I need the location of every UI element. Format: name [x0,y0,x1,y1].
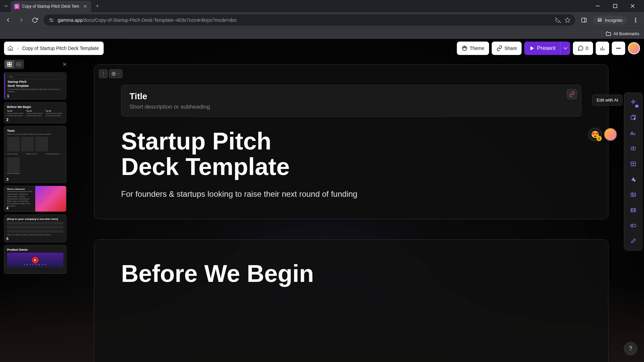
all-bookmarks-label: All Bookmarks [613,32,639,36]
chart-icon [599,45,605,51]
side-panel-icon[interactable] [579,15,589,25]
svg-rect-33 [10,65,11,66]
browser-tab-active[interactable]: G Copy of Startup Pitch Deck Tem ✕ [11,1,91,12]
svg-point-37 [16,63,17,63]
canvas-area[interactable]: ⋮ Title Short description or subheading … [74,58,622,362]
chevron-right-icon: › [17,46,19,51]
card-options-button[interactable] [109,69,122,78]
reload-button[interactable] [30,15,40,25]
palette-icon [462,45,468,51]
close-window-icon[interactable] [625,1,640,11]
close-tab-icon[interactable]: ✕ [83,4,88,9]
edit-with-ai-tooltip: Edit with AI [592,95,623,106]
main-heading[interactable]: Startup Pitch Deck Template [121,129,581,179]
slide-thumb-5[interactable]: [Drop in your company's one-liner here] … [4,215,66,242]
collaborator-avatar[interactable] [604,128,617,141]
panel-header: ✕ [1,58,70,71]
tab-search-dropdown[interactable] [3,3,9,9]
subtitle-placeholder[interactable]: Short description or subheading [129,104,573,110]
svg-point-57 [632,194,633,195]
new-tab-button[interactable]: + [93,1,102,11]
svg-rect-10 [582,18,586,22]
minimize-window-icon[interactable] [590,1,605,11]
video-icon[interactable] [627,203,640,217]
user-avatar[interactable] [628,42,640,54]
chevron-down-icon [117,72,120,75]
layout-block-icon[interactable] [627,157,640,171]
slide-thumbnails[interactable]: Title Startup Pitch Deck Template For fo… [1,71,70,362]
main-subtitle[interactable]: For founders & startups looking to raise… [121,189,581,199]
reactions-stack: 😍1 [588,128,617,141]
title-card-block[interactable]: Title Short description or subheading [121,85,581,117]
svg-point-29 [620,48,620,49]
url-text: gamma.app/docs/Copy-of-Startup-Pitch-Dec… [58,17,552,23]
bookmark-star-icon[interactable] [565,17,571,23]
form-icon[interactable] [627,234,640,248]
svg-point-22 [465,47,466,48]
browser-chrome: G Copy of Startup Pitch Deck Tem ✕ + gam… [0,0,644,39]
svg-point-17 [635,21,636,22]
close-panel-icon[interactable]: ✕ [61,61,68,68]
svg-rect-18 [10,49,11,51]
svg-point-39 [16,66,17,66]
maximize-window-icon[interactable] [608,1,623,11]
svg-point-6 [50,19,51,20]
comments-button[interactable]: 0 [573,42,593,55]
slide-thumb-2[interactable]: Before We Begin Tip #1Lorem ipsum dolor … [4,102,66,124]
ai-edit-button[interactable]: AI [627,96,640,109]
incognito-badge[interactable]: Incognito [593,16,627,24]
drag-handle-icon[interactable]: ⋮ [99,69,108,78]
slide-thumb-1[interactable]: Title Startup Pitch Deck Template For fo… [4,72,66,100]
reaction-heart-eyes[interactable]: 😍1 [588,128,602,141]
svg-point-20 [463,47,464,48]
svg-rect-32 [7,65,9,66]
site-settings-icon[interactable] [48,17,54,23]
incognito-label: Incognito [605,18,623,23]
svg-text:a: a [634,132,636,136]
bookmarks-bar: All Bookmarks [0,28,644,39]
present-dropdown[interactable] [560,42,570,55]
forward-button[interactable] [17,15,26,25]
text-format-icon[interactable]: Aa [627,126,640,140]
help-button[interactable]: ? [624,342,637,355]
card-2-heading[interactable]: Before We Begin [121,260,581,287]
card-2[interactable]: Before We Begin [94,239,608,362]
list-view-icon[interactable] [14,60,23,68]
theme-button[interactable]: Theme [457,42,489,55]
card-1[interactable]: ⋮ Title Short description or subheading … [94,64,608,219]
folder-icon [605,31,611,37]
share-button[interactable]: Share [492,42,522,55]
slide-thumb-3[interactable]: Team Who are you and what makes your tea… [4,126,66,183]
gamma-app: › Copy of Startup Pitch Deck Template Th… [0,39,644,362]
reaction-count: 1 [596,136,602,141]
document-title[interactable]: Copy of Startup Pitch Deck Template [22,46,99,51]
more-menu-button[interactable] [612,42,625,55]
app-topbar: › Copy of Startup Pitch Deck Template Th… [0,39,644,58]
slide-thumb-4[interactable]: Mission Statement Overarching objective … [4,186,66,212]
slide-panel: ✕ Title Startup Pitch Deck Template For … [1,58,70,362]
link-pin-icon[interactable] [567,89,577,99]
globe-icon [111,71,116,76]
present-button[interactable]: Present [524,42,560,55]
analytics-button[interactable] [596,42,609,55]
all-bookmarks-button[interactable]: All Bookmarks [605,31,639,37]
card-templates-icon[interactable] [627,111,640,124]
chrome-menu-icon[interactable] [631,15,641,25]
breadcrumb[interactable]: › Copy of Startup Pitch Deck Template [4,42,104,55]
back-button[interactable] [3,15,13,25]
address-bar[interactable]: gamma.app/docs/Copy-of-Startup-Pitch-Dec… [44,14,575,26]
image-icon[interactable] [627,188,640,201]
shapes-icon[interactable] [627,173,640,186]
title-label[interactable]: Title [129,91,573,102]
card-handle: ⋮ [99,69,122,78]
eye-hidden-icon[interactable] [555,17,561,23]
callout-block-icon[interactable]: ! [627,142,640,155]
svg-point-21 [464,47,465,47]
comment-icon [578,45,584,51]
home-icon[interactable] [7,45,14,52]
grid-view-icon[interactable] [5,60,14,68]
slide-thumb-6[interactable]: Product Demo S U P E R M A N [4,245,66,274]
link-icon [496,45,502,51]
svg-point-55 [634,180,636,182]
embed-icon[interactable] [627,219,640,232]
